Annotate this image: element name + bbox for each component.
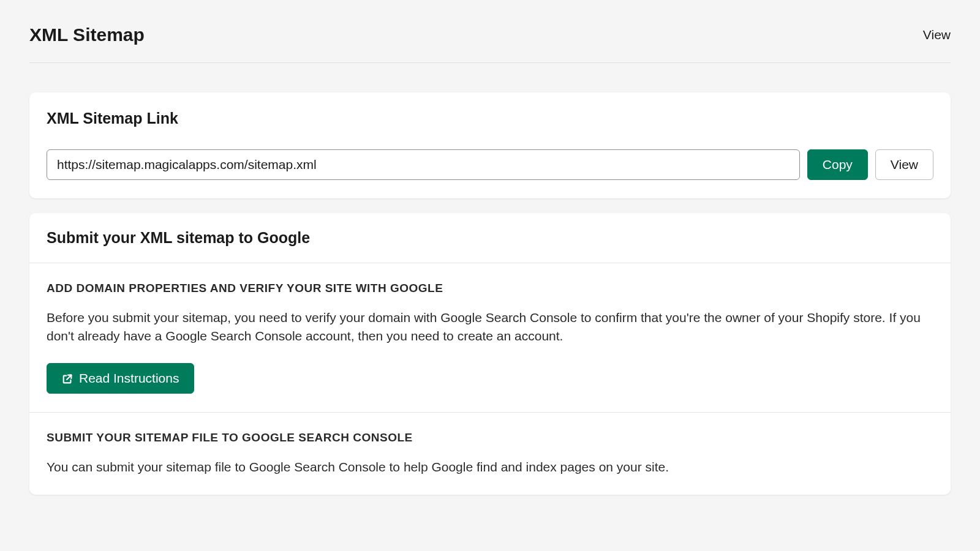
- verify-domain-heading: ADD DOMAIN PROPERTIES AND VERIFY YOUR SI…: [47, 282, 933, 295]
- external-link-icon: [62, 373, 73, 384]
- page-container: XML Sitemap View XML Sitemap Link Copy V…: [0, 0, 980, 495]
- submit-file-section: SUBMIT YOUR SITEMAP FILE TO GOOGLE SEARC…: [29, 413, 951, 495]
- page-title: XML Sitemap: [29, 24, 145, 45]
- read-instructions-label: Read Instructions: [79, 371, 179, 386]
- submit-sitemap-card: Submit your XML sitemap to Google ADD DO…: [29, 213, 951, 495]
- submit-file-body: You can submit your sitemap file to Goog…: [47, 458, 933, 476]
- read-instructions-button[interactable]: Read Instructions: [47, 363, 194, 394]
- view-button[interactable]: View: [875, 149, 933, 180]
- verify-domain-section: ADD DOMAIN PROPERTIES AND VERIFY YOUR SI…: [29, 263, 951, 413]
- header-view-button[interactable]: View: [923, 28, 951, 42]
- page-header: XML Sitemap View: [29, 24, 951, 63]
- submit-file-heading: SUBMIT YOUR SITEMAP FILE TO GOOGLE SEARC…: [47, 431, 933, 444]
- submit-card-title: Submit your XML sitemap to Google: [29, 213, 951, 263]
- sitemap-link-card: XML Sitemap Link Copy View: [29, 92, 951, 198]
- sitemap-link-row: Copy View: [47, 149, 933, 180]
- verify-domain-body: Before you submit your sitemap, you need…: [47, 309, 933, 346]
- copy-button[interactable]: Copy: [807, 149, 868, 180]
- sitemap-link-card-title: XML Sitemap Link: [47, 110, 933, 127]
- sitemap-url-input[interactable]: [47, 149, 800, 180]
